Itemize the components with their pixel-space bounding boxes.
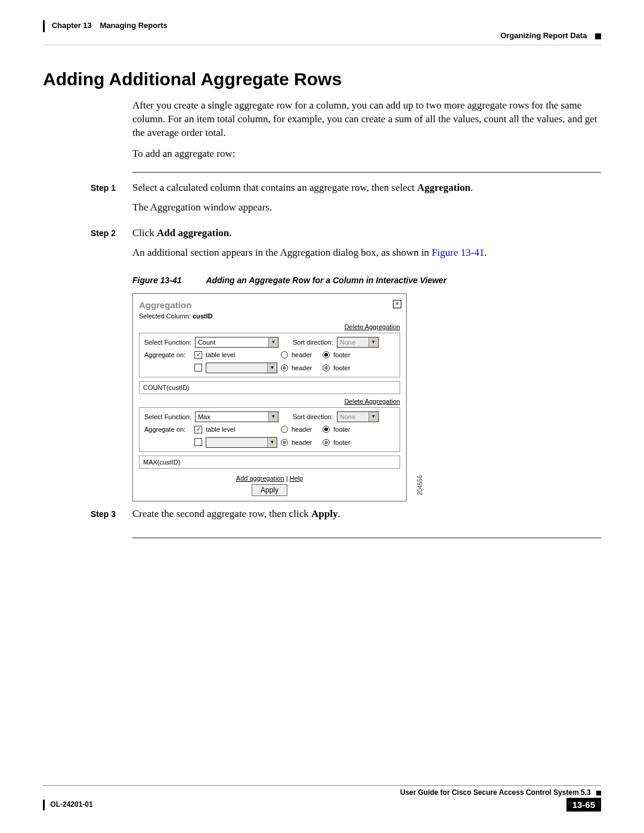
table-level-checkbox-1[interactable]: ✓ bbox=[194, 351, 202, 359]
steps-divider-top bbox=[132, 172, 601, 173]
figure-number: Figure 13-41 bbox=[132, 275, 204, 285]
footer-radio-2b[interactable] bbox=[323, 439, 330, 446]
footer-square-icon bbox=[596, 791, 601, 795]
group-combo-2[interactable]: ▼ bbox=[206, 437, 277, 448]
document-number: OL-24201-01 bbox=[43, 800, 93, 810]
table-level-label-1: table level bbox=[206, 351, 277, 358]
step-1-text-1: Select a calculated column that contains… bbox=[132, 181, 601, 195]
footer-radio-2a[interactable] bbox=[323, 426, 330, 433]
footer-radio-1a[interactable] bbox=[323, 351, 330, 358]
aggregate-on-label-2: Aggregate on: bbox=[144, 426, 191, 433]
aggregation-block-1: Select Function: Count ▼ Sort direction:… bbox=[139, 333, 400, 377]
header-radio-2a[interactable] bbox=[281, 426, 288, 433]
delete-aggregation-link-1[interactable]: Delete Aggregation bbox=[133, 323, 406, 330]
chevron-down-icon: ▼ bbox=[267, 438, 277, 447]
step-3-label: Step 3 bbox=[91, 507, 132, 527]
chapter-number: Chapter 13 bbox=[52, 21, 92, 30]
header-right: Organizing Report Data bbox=[500, 31, 601, 40]
page-header: Chapter 13 Managing Reports Organizing R… bbox=[43, 17, 601, 45]
sort-direction-combo-1[interactable]: None ▼ bbox=[337, 337, 379, 348]
page-number: 13-65 bbox=[566, 798, 601, 812]
aggregation-result-1: COUNT(custID) bbox=[139, 381, 400, 394]
apply-button[interactable]: Apply bbox=[252, 484, 287, 496]
intro-block: After you create a single aggregate row … bbox=[132, 99, 601, 161]
select-function-combo-1[interactable]: Count ▼ bbox=[195, 337, 278, 348]
select-function-label-1: Select Function: bbox=[144, 339, 191, 346]
chapter-title: Managing Reports bbox=[100, 21, 167, 30]
step-1: Step 1 Select a calculated column that c… bbox=[43, 181, 601, 221]
chevron-down-icon: ▼ bbox=[369, 337, 378, 347]
aggregation-dialog: Aggregation × Selected Column: custID De… bbox=[132, 293, 407, 501]
step-2: Step 2 Click Add aggregation. An additio… bbox=[43, 227, 601, 266]
dialog-title: Aggregation bbox=[139, 300, 191, 310]
step-1-label: Step 1 bbox=[91, 181, 132, 221]
figure-caption: Figure 13-41 Adding an Aggregate Row for… bbox=[132, 275, 601, 285]
step-2-label: Step 2 bbox=[91, 227, 132, 266]
aggregation-dialog-figure: Aggregation × Selected Column: custID De… bbox=[132, 293, 419, 501]
chevron-down-icon: ▼ bbox=[268, 412, 278, 422]
selected-column-row: Selected Column: custID bbox=[133, 311, 406, 323]
help-link[interactable]: Help bbox=[290, 475, 304, 482]
dialog-footer: Add aggregation | Help Apply bbox=[133, 472, 406, 496]
select-function-combo-2[interactable]: Max ▼ bbox=[195, 411, 278, 422]
delete-aggregation-link-2[interactable]: Delete Aggregation bbox=[133, 398, 406, 405]
sort-direction-combo-2[interactable]: None ▼ bbox=[337, 411, 379, 422]
chevron-down-icon: ▼ bbox=[267, 363, 277, 373]
header-radio-1b[interactable] bbox=[281, 364, 288, 371]
step-1-text-2: The Aggregation window appears. bbox=[132, 201, 601, 215]
steps-divider-bottom bbox=[132, 537, 601, 538]
add-aggregation-link[interactable]: Add aggregation bbox=[236, 475, 284, 482]
figure-image-id: 204556 bbox=[417, 475, 423, 495]
step-3-text-1: Create the second aggregate row, then cl… bbox=[132, 507, 601, 521]
sort-direction-label-1: Sort direction: bbox=[293, 339, 333, 346]
chevron-down-icon: ▼ bbox=[369, 412, 378, 422]
sort-direction-label-2: Sort direction: bbox=[293, 413, 333, 420]
aggregation-block-2: Select Function: Max ▼ Sort direction: N… bbox=[139, 407, 400, 452]
figure-xref[interactable]: Figure 13-41 bbox=[432, 247, 484, 258]
figure-title: Adding an Aggregate Row for a Column in … bbox=[206, 275, 446, 285]
step-2-text-2: An additional section appears in the Agg… bbox=[132, 246, 601, 260]
group-checkbox-2[interactable] bbox=[194, 438, 202, 446]
header-square-icon bbox=[595, 33, 601, 39]
table-level-label-2: table level bbox=[206, 426, 277, 433]
footer-radio-1b[interactable] bbox=[323, 364, 330, 371]
page-title: Adding Additional Aggregate Rows bbox=[43, 69, 601, 89]
step-3: Step 3 Create the second aggregate row, … bbox=[43, 507, 601, 527]
intro-p1: After you create a single aggregate row … bbox=[132, 99, 601, 140]
chevron-down-icon: ▼ bbox=[268, 337, 278, 347]
group-checkbox-1[interactable] bbox=[194, 364, 202, 371]
group-combo-1[interactable]: ▼ bbox=[206, 363, 277, 373]
table-level-checkbox-2[interactable]: ✓ bbox=[194, 426, 202, 433]
aggregate-on-label-1: Aggregate on: bbox=[144, 351, 191, 358]
step-2-text-1: Click Add aggregation. bbox=[132, 227, 601, 240]
page-footer: User Guide for Cisco Secure Access Contr… bbox=[43, 785, 601, 809]
close-icon[interactable]: × bbox=[393, 300, 401, 308]
aggregation-result-2: MAX(custID) bbox=[139, 456, 400, 469]
section-name: Organizing Report Data bbox=[500, 31, 587, 40]
select-function-label-2: Select Function: bbox=[144, 413, 191, 420]
header-radio-1a[interactable] bbox=[281, 351, 288, 358]
header-left: Chapter 13 Managing Reports bbox=[43, 20, 168, 32]
footer-guide: User Guide for Cisco Secure Access Contr… bbox=[43, 788, 601, 797]
header-radio-2b[interactable] bbox=[281, 439, 288, 446]
intro-p2: To add an aggregate row: bbox=[132, 147, 601, 161]
